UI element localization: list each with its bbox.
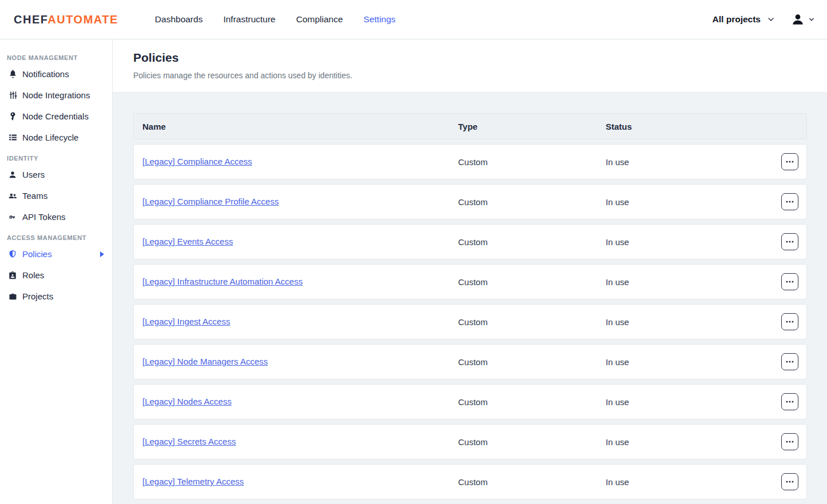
column-header-status: Status [606, 122, 773, 131]
policy-link[interactable]: [Legacy] Telemetry Access [142, 477, 244, 486]
bell-icon [7, 69, 18, 80]
table-row: [Legacy] Nodes AccessCustomIn use [133, 384, 807, 419]
row-menu-button[interactable] [781, 473, 798, 490]
row-menu-button[interactable] [781, 273, 798, 290]
policy-link[interactable]: [Legacy] Nodes Access [142, 397, 232, 406]
policy-link[interactable]: [Legacy] Compliance Profile Access [142, 197, 279, 206]
sidebar-item-projects[interactable]: Projects [0, 286, 112, 307]
ellipsis-icon [786, 481, 794, 483]
shield-icon [7, 249, 18, 260]
row-menu-button[interactable] [781, 433, 798, 450]
policy-type: Custom [458, 277, 606, 287]
policy-status: In use [606, 277, 773, 287]
caret-right-icon [100, 251, 104, 257]
sidebar-item-node-integrations[interactable]: Node Integrations [0, 85, 112, 106]
table-body: [Legacy] Compliance AccessCustomIn use[L… [133, 144, 807, 499]
list-icon [7, 132, 18, 143]
nav-link-compliance[interactable]: Compliance [296, 14, 343, 25]
policy-type: Custom [458, 197, 606, 207]
row-menu-button[interactable] [781, 153, 798, 170]
ellipsis-icon [786, 321, 794, 323]
column-header-type: Type [458, 122, 606, 131]
user-menu[interactable] [790, 12, 814, 27]
policy-status: In use [606, 197, 773, 207]
page-subtitle: Policies manage the resources and action… [133, 71, 827, 80]
sidebar-item-label: Node Integrations [22, 90, 90, 100]
nav-link-settings[interactable]: Settings [364, 14, 396, 25]
briefcase-icon [7, 291, 18, 302]
nav-link-infrastructure[interactable]: Infrastructure [223, 14, 275, 25]
sidebar-item-api-tokens[interactable]: API Tokens [0, 206, 112, 227]
sidebar-item-label: Teams [22, 191, 47, 201]
sidebar-section-label: NODE MANAGEMENT [0, 47, 112, 63]
key-icon [7, 211, 18, 223]
table-row: [Legacy] Compliance Profile AccessCustom… [133, 184, 807, 219]
row-menu-button[interactable] [781, 353, 798, 370]
policy-type: Custom [458, 317, 606, 327]
logo-automate-text: AUTOMATE [47, 13, 118, 26]
sidebar-item-node-lifecycle[interactable]: Node Lifecycle [0, 127, 112, 148]
policy-type: Custom [458, 437, 606, 447]
page-header: Policies Policies manage the resources a… [113, 39, 827, 93]
sidebar-item-policies[interactable]: Policies [0, 243, 112, 265]
badge-icon [7, 270, 18, 281]
policy-status: In use [606, 317, 773, 327]
sidebar-section-label: IDENTITY [0, 148, 112, 164]
table-row: [Legacy] Compliance AccessCustomIn use [133, 144, 807, 179]
sidebar-item-roles[interactable]: Roles [0, 265, 112, 286]
nav-link-dashboards[interactable]: Dashboards [155, 14, 203, 25]
ellipsis-icon [786, 161, 794, 163]
chef-automate-logo[interactable]: CHEFAUTOMATE [14, 13, 118, 26]
sidebar-item-label: Users [22, 170, 45, 179]
chevron-down-icon [768, 16, 774, 23]
sidebar-item-label: Notifications [22, 69, 69, 79]
logo-chef-text: CHEF [14, 13, 47, 26]
table-row: [Legacy] Telemetry AccessCustomIn use [133, 464, 807, 499]
sidebar-item-label: Projects [22, 291, 53, 301]
avatar-icon [790, 12, 805, 27]
ellipsis-icon [786, 441, 794, 443]
policy-type: Custom [458, 237, 606, 247]
row-menu-button[interactable] [781, 193, 798, 210]
ellipsis-icon [786, 281, 794, 283]
page-title: Policies [133, 51, 827, 65]
ellipsis-icon [786, 361, 794, 363]
ellipsis-icon [786, 201, 794, 203]
policy-link[interactable]: [Legacy] Secrets Access [142, 437, 236, 446]
ellipsis-icon [786, 241, 794, 243]
policy-status: In use [606, 357, 773, 367]
table-row: [Legacy] Secrets AccessCustomIn use [133, 424, 807, 459]
sidebar-item-label: API Tokens [22, 212, 66, 222]
policy-link[interactable]: [Legacy] Infrastructure Automation Acces… [142, 277, 303, 286]
key-vertical-icon [7, 111, 18, 122]
policy-type: Custom [458, 477, 606, 487]
row-menu-button[interactable] [781, 393, 798, 410]
sidebar-item-users[interactable]: Users [0, 164, 112, 185]
sidebar-item-label: Roles [22, 270, 44, 280]
sidebar-item-label: Node Lifecycle [22, 133, 78, 142]
policy-link[interactable]: [Legacy] Compliance Access [142, 157, 252, 166]
table-header-row: NameTypeStatus [133, 113, 807, 139]
policy-link[interactable]: [Legacy] Events Access [142, 237, 233, 246]
policy-type: Custom [458, 357, 606, 367]
main-content: Policies Policies manage the resources a… [113, 39, 827, 504]
table-row: [Legacy] Events AccessCustomIn use [133, 224, 807, 259]
projects-filter-dropdown[interactable]: All projects [713, 14, 774, 25]
policy-link[interactable]: [Legacy] Ingest Access [142, 317, 230, 326]
row-menu-button[interactable] [781, 313, 798, 330]
table-row: [Legacy] Infrastructure Automation Acces… [133, 264, 807, 299]
policies-table-area: NameTypeStatus [Legacy] Compliance Acces… [113, 93, 827, 499]
chevron-down-icon [809, 17, 814, 22]
sidebar-item-notifications[interactable]: Notifications [0, 63, 112, 85]
topnav-right: All projects [713, 12, 814, 27]
policy-link[interactable]: [Legacy] Node Managers Access [142, 357, 268, 366]
policy-type: Custom [458, 397, 606, 407]
projects-filter-label: All projects [713, 14, 761, 25]
sidebar-item-teams[interactable]: Teams [0, 185, 112, 206]
policy-status: In use [606, 157, 773, 167]
person-icon [7, 169, 18, 181]
sidebar-item-label: Node Credentials [22, 111, 89, 121]
row-menu-button[interactable] [781, 233, 798, 250]
sidebar-item-node-credentials[interactable]: Node Credentials [0, 106, 112, 127]
column-header-name: Name [142, 122, 458, 131]
